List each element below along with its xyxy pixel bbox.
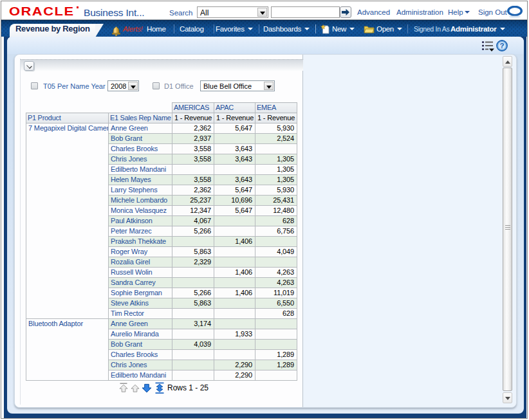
svg-text:?: ? [499,42,504,50]
